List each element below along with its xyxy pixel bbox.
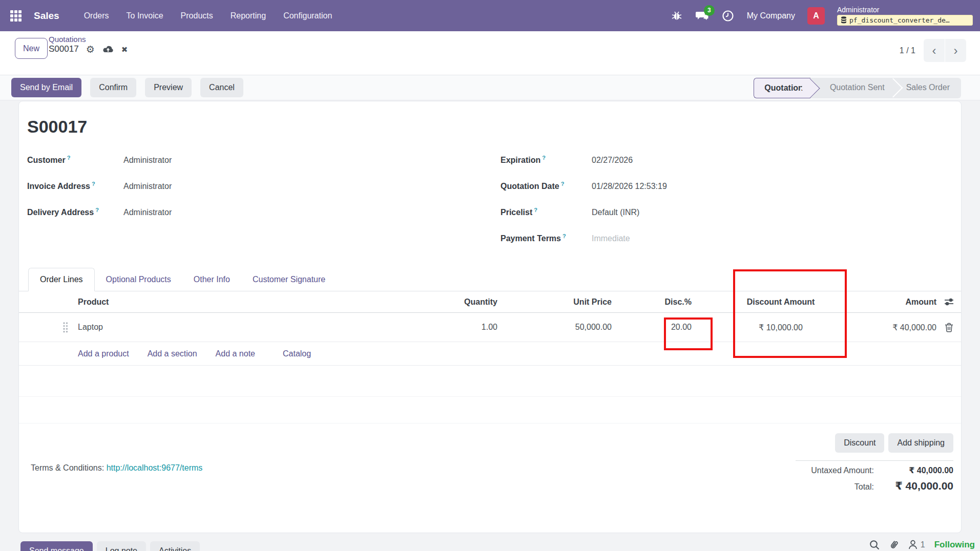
- terms-and-conditions: Terms & Conditions: http://localhost:967…: [31, 463, 202, 473]
- user-name: Administrator: [837, 6, 973, 14]
- tab-order-lines[interactable]: Order Lines: [28, 268, 95, 291]
- column-quantity: Quantity: [424, 298, 501, 307]
- add-product-link[interactable]: Add a product: [78, 349, 129, 358]
- field-quotation-date: Quotation Date? 01/28/2026 12:53:19: [501, 181, 890, 207]
- invoice-address-value[interactable]: Administrator: [123, 182, 172, 191]
- quotation-date-value[interactable]: 01/28/2026 12:53:19: [592, 182, 667, 191]
- search-messages-icon[interactable]: [869, 540, 880, 550]
- preview-button[interactable]: Preview: [145, 78, 192, 97]
- cell-product[interactable]: Laptop: [19, 323, 424, 332]
- column-unit-price: Unit Price: [501, 298, 615, 307]
- fields-left-column: Customer? Administrator Invoice Address?…: [27, 155, 386, 233]
- status-arrow: [800, 78, 820, 98]
- app-name[interactable]: Sales: [34, 10, 59, 22]
- add-shipping-button[interactable]: Add shipping: [888, 433, 953, 453]
- status-step-quotation[interactable]: Quotation: [754, 78, 810, 98]
- field-customer: Customer? Administrator: [27, 155, 386, 181]
- fields-right-column: Expiration? 02/27/2026 Quotation Date? 0…: [501, 155, 890, 259]
- payment-terms-value[interactable]: Immediate: [592, 234, 630, 243]
- new-button[interactable]: New: [15, 38, 48, 59]
- menu-orders[interactable]: Orders: [84, 11, 109, 20]
- gear-icon[interactable]: ⚙: [86, 45, 95, 54]
- cloud-upload-glyph: [102, 45, 114, 54]
- add-section-link[interactable]: Add a section: [148, 349, 197, 358]
- customer-value[interactable]: Administrator: [123, 156, 172, 165]
- menu-configuration[interactable]: Configuration: [283, 11, 332, 20]
- send-by-email-button[interactable]: Send by Email: [11, 78, 81, 97]
- drag-handle-icon[interactable]: [62, 322, 68, 333]
- bug-icon[interactable]: [670, 9, 683, 23]
- catalog-link[interactable]: Catalog: [283, 349, 311, 358]
- help-marker: ?: [534, 207, 537, 213]
- field-label: Delivery Address?: [27, 207, 123, 217]
- activities-button[interactable]: Activities: [150, 541, 200, 551]
- tab-optional-products[interactable]: Optional Products: [95, 268, 182, 291]
- totals-zone: Discount Add shipping Untaxed Amount: ₹ …: [738, 433, 953, 492]
- followers-icon[interactable]: [908, 540, 918, 549]
- order-line-row[interactable]: Laptop 1.00 50,000.00 20.00 ₹ 10,000.00 …: [19, 313, 961, 342]
- totals-separator: [796, 460, 953, 461]
- delete-row-button[interactable]: [936, 323, 961, 332]
- activity-clock-icon[interactable]: [721, 9, 735, 23]
- apps-grid-icon[interactable]: [8, 8, 24, 24]
- discard-close-icon[interactable]: ✖: [121, 46, 128, 53]
- optional-columns-icon[interactable]: [936, 298, 961, 306]
- empty-row: [19, 397, 961, 423]
- save-cloud-icon[interactable]: [102, 45, 114, 54]
- field-delivery-address: Delivery Address? Administrator: [27, 207, 386, 233]
- pager-next-button[interactable]: ›: [945, 39, 966, 62]
- totals-buttons: Discount Add shipping: [835, 433, 953, 453]
- status-step-label: Quotation: [764, 83, 803, 92]
- terms-link[interactable]: http://localhost:9677/terms: [107, 463, 203, 472]
- help-marker: ?: [542, 155, 546, 161]
- field-label: Customer?: [27, 155, 123, 165]
- clock-glyph: [722, 10, 734, 22]
- cell-discount-amount[interactable]: ₹ 10,000.00: [697, 323, 844, 332]
- navbar-right: 3 My Company A Administrator: [670, 0, 973, 31]
- delivery-address-value[interactable]: Administrator: [123, 208, 172, 217]
- pager-count: 1 / 1: [900, 46, 915, 55]
- pricelist-value[interactable]: Default (INR): [592, 208, 639, 217]
- help-marker: ?: [92, 181, 95, 187]
- navbar-menu: Orders To Invoice Products Reporting Con…: [84, 11, 332, 20]
- following-button[interactable]: Following: [934, 540, 975, 550]
- help-marker: ?: [67, 155, 71, 161]
- database-icon: [841, 16, 847, 24]
- messages-icon[interactable]: 3: [696, 9, 709, 23]
- pager: 1 / 1 ‹ ›: [900, 39, 966, 62]
- cell-quantity[interactable]: 1.00: [424, 323, 501, 332]
- status-step-sales-order[interactable]: Sales Order: [893, 78, 961, 98]
- discount-button[interactable]: Discount: [835, 433, 884, 453]
- trash-icon: [945, 323, 953, 332]
- field-label: Payment Terms?: [501, 233, 592, 243]
- tab-customer-signature[interactable]: Customer Signature: [241, 268, 337, 291]
- confirm-button[interactable]: Confirm: [90, 78, 136, 97]
- cell-disc-percent[interactable]: 20.00: [615, 323, 697, 332]
- menu-reporting[interactable]: Reporting: [231, 11, 266, 20]
- field-pricelist: Pricelist? Default (INR): [501, 207, 890, 233]
- send-message-button[interactable]: Send message: [20, 541, 93, 551]
- breadcrumb-quotations-link[interactable]: Quotations: [49, 35, 128, 44]
- user-block[interactable]: Administrator pf_discount_converter_de…: [837, 6, 973, 26]
- menu-to-invoice[interactable]: To Invoice: [127, 11, 163, 20]
- record-title[interactable]: S00017: [27, 117, 87, 137]
- untaxed-amount-row: Untaxed Amount: ₹ 40,000.00: [811, 465, 953, 475]
- cancel-button[interactable]: Cancel: [200, 78, 243, 97]
- expiration-value[interactable]: 02/27/2026: [592, 156, 633, 165]
- company-switcher[interactable]: My Company: [747, 11, 795, 20]
- navbar-left: Sales Orders To Invoice Products Reporti…: [0, 8, 332, 24]
- add-note-link[interactable]: Add a note: [216, 349, 255, 358]
- cell-amount: ₹ 40,000.00: [844, 323, 936, 332]
- field-invoice-address: Invoice Address? Administrator: [27, 181, 386, 207]
- total-value: ₹ 40,000.00: [874, 480, 953, 492]
- paperclip-glyph: [889, 539, 899, 550]
- user-avatar[interactable]: A: [807, 7, 825, 25]
- attachments-icon[interactable]: [889, 539, 899, 550]
- cell-unit-price[interactable]: 50,000.00: [501, 323, 615, 332]
- menu-products[interactable]: Products: [181, 11, 213, 20]
- pager-previous-button[interactable]: ‹: [924, 39, 945, 62]
- status-step-quotation-sent[interactable]: Quotation Sent: [819, 78, 893, 98]
- tab-other-info[interactable]: Other Info: [182, 268, 241, 291]
- log-note-button[interactable]: Log note: [97, 541, 146, 551]
- help-marker: ?: [562, 233, 566, 239]
